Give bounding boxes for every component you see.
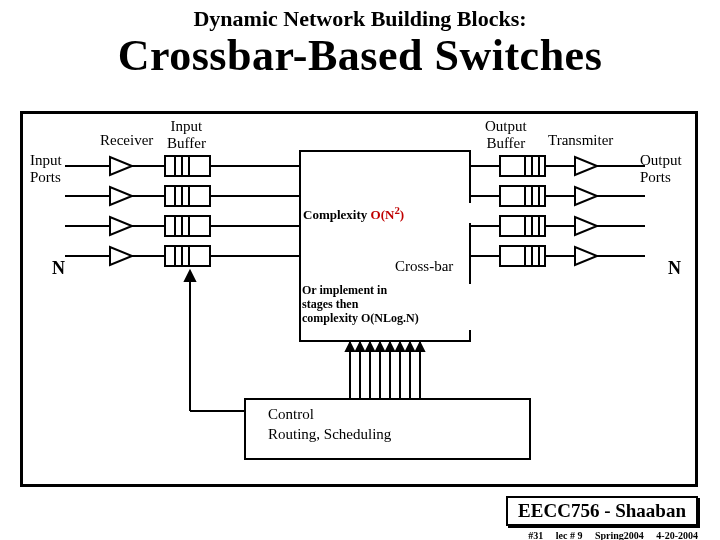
svg-marker-74 [356,343,364,351]
label-output-buffer: Output Buffer [485,118,527,151]
svg-marker-84 [185,271,195,281]
svg-marker-79 [406,343,414,351]
svg-marker-57 [575,157,597,175]
svg-marker-5 [110,187,132,205]
svg-rect-24 [165,246,210,266]
n-left: N [52,258,65,279]
svg-marker-78 [396,343,404,351]
complexity-main: O(N2) [371,207,405,222]
svg-marker-58 [575,187,597,205]
svg-marker-4 [110,157,132,175]
svg-marker-80 [416,343,424,351]
footer-date: 4-20-2004 [656,530,698,540]
footer-lec: lec # 9 [556,530,583,540]
svg-marker-6 [110,217,132,235]
footer-meta: #31 lec # 9 Spring2004 4-20-2004 [518,530,698,540]
complexity-annotation: Complexity O(N2) [302,203,472,223]
label-control: Control [268,406,314,423]
label-transmitter: Transmiter [548,132,613,149]
svg-rect-12 [165,156,210,176]
title-small: Dynamic Network Building Blocks: [0,6,720,32]
svg-rect-20 [165,216,210,236]
complexity-prefix: Complexity [303,207,371,222]
label-input-ports: Input Ports [30,152,62,185]
title-large: Crossbar-Based Switches [0,30,720,81]
svg-marker-77 [386,343,394,351]
svg-marker-60 [575,247,597,265]
svg-marker-76 [376,343,384,351]
label-routing: Routing, Scheduling [268,426,391,443]
label-input-buffer: Input Buffer [167,118,206,151]
svg-marker-73 [346,343,354,351]
slide: Dynamic Network Building Blocks: Crossba… [0,6,720,540]
footer-course: EECC756 - Shaaban [506,496,698,526]
svg-marker-59 [575,217,597,235]
label-crossbar: Cross-bar [395,258,453,275]
label-output-ports: Output Ports [640,152,682,185]
svg-marker-7 [110,247,132,265]
n-right: N [668,258,681,279]
footer-term: Spring2004 [595,530,644,540]
implement-annotation: Or implement in stages then complexity O… [302,284,472,330]
svg-rect-16 [165,186,210,206]
label-receiver: Receiver [100,132,153,149]
svg-marker-75 [366,343,374,351]
footer-slide: #31 [528,530,543,540]
